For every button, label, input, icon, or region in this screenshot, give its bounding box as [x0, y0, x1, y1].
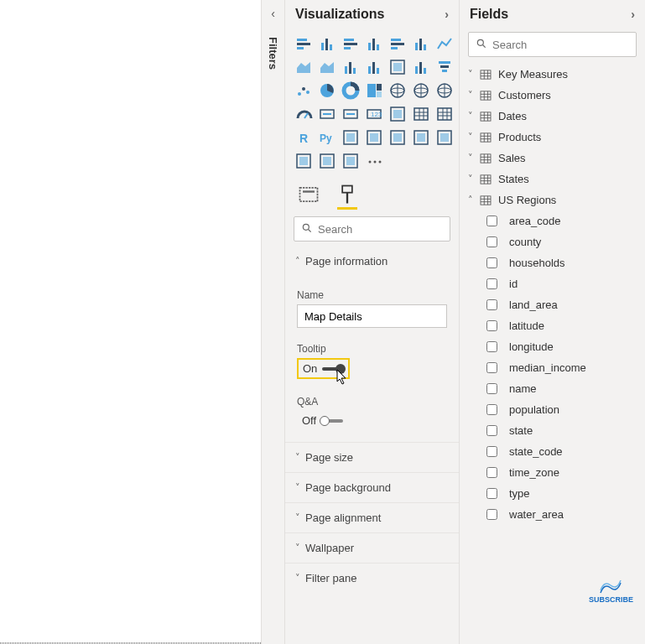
- scatter-chart-icon[interactable]: [294, 80, 314, 101]
- fields-search[interactable]: [468, 32, 637, 57]
- filters-pane-collapsed: ‹ Filters: [261, 0, 284, 644]
- field-checkbox[interactable]: [486, 299, 497, 310]
- treemap-icon[interactable]: [364, 80, 384, 101]
- field-state_code[interactable]: state_code: [460, 441, 645, 462]
- filled-map-icon[interactable]: [411, 80, 431, 101]
- field-checkbox[interactable]: [486, 404, 497, 415]
- pie-chart-icon[interactable]: [317, 80, 337, 101]
- field-checkbox[interactable]: [486, 236, 497, 247]
- stacked-bar-chart-icon[interactable]: [294, 34, 314, 54]
- qa-toggle[interactable]: Off: [297, 411, 348, 430]
- report-canvas[interactable]: [0, 0, 261, 644]
- stacked-bar-100-icon[interactable]: [388, 34, 408, 54]
- smart-narrative-icon[interactable]: [411, 127, 431, 148]
- field-latitude[interactable]: latitude: [460, 315, 645, 336]
- r-script-visual-icon[interactable]: R: [294, 127, 314, 148]
- line-stacked-column-icon[interactable]: [364, 57, 384, 77]
- section-page-size[interactable]: ˅ Page size: [285, 442, 459, 472]
- stacked-column-100-icon[interactable]: [411, 34, 431, 54]
- table-products[interactable]: ˅Products: [460, 127, 645, 148]
- arcgis-icon[interactable]: [294, 151, 314, 171]
- field-name[interactable]: name: [460, 378, 645, 399]
- field-land_area[interactable]: land_area: [460, 294, 645, 315]
- field-checkbox[interactable]: [486, 257, 497, 268]
- field-households[interactable]: households: [460, 252, 645, 273]
- azure-map-icon[interactable]: [434, 80, 455, 101]
- key-influencers-icon[interactable]: [341, 127, 361, 148]
- area-chart-icon[interactable]: [294, 57, 314, 77]
- table-sales[interactable]: ˅Sales: [460, 148, 645, 169]
- field-checkbox[interactable]: [486, 446, 497, 457]
- paginated-report-icon[interactable]: [434, 127, 455, 148]
- line-chart-icon[interactable]: [434, 34, 455, 54]
- field-checkbox[interactable]: [486, 362, 497, 373]
- field-checkbox[interactable]: [486, 509, 497, 520]
- table-states[interactable]: ˅States: [460, 169, 645, 190]
- field-checkbox[interactable]: [486, 467, 497, 478]
- table-icon: [480, 153, 492, 164]
- section-filter-pane[interactable]: ˅ Filter pane: [285, 563, 459, 593]
- fields-well-tab[interactable]: [297, 183, 320, 206]
- python-visual-icon[interactable]: Py: [317, 127, 337, 148]
- clustered-column-chart-icon[interactable]: [364, 34, 384, 54]
- decomposition-tree-icon[interactable]: [364, 127, 384, 148]
- map-icon[interactable]: [388, 80, 408, 101]
- powerautomate-icon[interactable]: [341, 151, 361, 171]
- field-state[interactable]: state: [460, 420, 645, 441]
- field-time_zone[interactable]: time_zone: [460, 462, 645, 483]
- table-dates[interactable]: ˅Dates: [460, 106, 645, 127]
- line-clustered-column-icon[interactable]: [341, 57, 361, 77]
- field-id[interactable]: id: [460, 273, 645, 294]
- stacked-column-chart-icon[interactable]: [317, 34, 337, 54]
- field-median_income[interactable]: median_income: [460, 357, 645, 378]
- field-checkbox[interactable]: [486, 425, 497, 436]
- qa-visual-icon[interactable]: [388, 127, 408, 148]
- field-longitude[interactable]: longitude: [460, 336, 645, 357]
- ribbon-chart-icon[interactable]: [388, 57, 408, 77]
- stacked-area-chart-icon[interactable]: [317, 57, 337, 77]
- format-search-input[interactable]: [318, 223, 443, 236]
- collapse-visualizations-chevron[interactable]: ›: [445, 8, 449, 21]
- chevron-down-icon: ˅: [468, 132, 480, 143]
- powerapps-icon[interactable]: [317, 151, 337, 171]
- filters-pane-label[interactable]: Filters: [267, 37, 279, 70]
- table-key-measures[interactable]: ˅Key Measures: [460, 64, 645, 85]
- format-tab[interactable]: [336, 183, 359, 206]
- table-customers[interactable]: ˅Customers: [460, 85, 645, 106]
- section-wallpaper[interactable]: ˅ Wallpaper: [285, 532, 459, 563]
- field-population[interactable]: population: [460, 399, 645, 420]
- section-page-alignment[interactable]: ˅ Page alignment: [285, 502, 459, 532]
- section-page-information[interactable]: ˄ Page information: [285, 247, 459, 276]
- more-visuals-icon[interactable]: [364, 151, 384, 171]
- fields-search-input[interactable]: [492, 39, 629, 51]
- kpi-icon[interactable]: 123: [364, 104, 384, 124]
- waterfall-chart-icon[interactable]: [411, 57, 431, 77]
- field-type[interactable]: type: [460, 483, 645, 504]
- field-area_code[interactable]: area_code: [460, 210, 645, 231]
- field-water_area[interactable]: water_area: [460, 504, 645, 525]
- multi-row-card-icon[interactable]: [341, 104, 361, 124]
- field-county[interactable]: county: [460, 231, 645, 252]
- table-name: US Regions: [498, 194, 556, 206]
- table-us-regions[interactable]: ˄US Regions: [460, 190, 645, 210]
- field-checkbox[interactable]: [486, 278, 497, 289]
- funnel-chart-icon[interactable]: [434, 57, 455, 77]
- gauge-icon[interactable]: [294, 104, 314, 124]
- section-page-background[interactable]: ˅ Page background: [285, 472, 459, 502]
- field-checkbox[interactable]: [486, 341, 497, 352]
- page-name-input[interactable]: [297, 304, 447, 328]
- format-search[interactable]: [294, 216, 450, 242]
- slicer-icon[interactable]: [388, 104, 408, 124]
- matrix-icon[interactable]: [434, 104, 455, 124]
- field-checkbox[interactable]: [486, 320, 497, 331]
- field-checkbox[interactable]: [486, 216, 497, 226]
- donut-chart-icon[interactable]: [341, 80, 361, 101]
- clustered-bar-chart-icon[interactable]: [341, 34, 361, 54]
- collapse-fields-chevron[interactable]: ›: [631, 8, 635, 21]
- expand-filters-chevron[interactable]: ‹: [271, 7, 275, 20]
- field-checkbox[interactable]: [486, 383, 497, 394]
- table-name: Customers: [498, 89, 551, 101]
- card-icon[interactable]: [317, 104, 337, 124]
- table-icon[interactable]: [411, 104, 431, 124]
- field-checkbox[interactable]: [486, 488, 497, 499]
